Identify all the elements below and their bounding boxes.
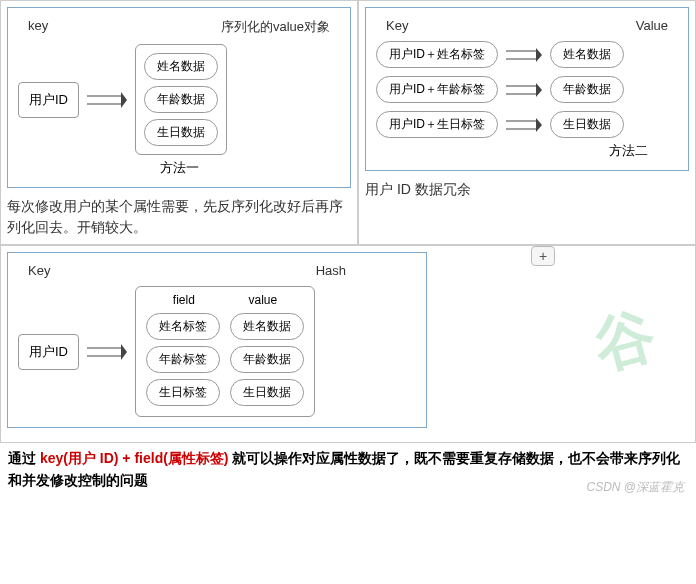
method1-key-header: key <box>28 18 48 36</box>
arrow-right-icon <box>506 48 542 62</box>
method2-value-header: Value <box>636 18 668 33</box>
method1-diagram: key 序列化的value对象 用户ID 姓名数据 年龄数据 生日数据 方法一 <box>7 7 351 188</box>
key-pill: 用户ID＋姓名标签 <box>376 41 498 68</box>
method3-cell: + 谷 Key Hash 用户ID field value <box>0 245 696 443</box>
key-pill: 用户ID＋年龄标签 <box>376 76 498 103</box>
svg-marker-2 <box>121 92 127 108</box>
field-pill: 生日标签 <box>146 379 220 406</box>
watermark-green: 谷 <box>586 295 665 389</box>
arrow-right-icon <box>506 118 542 132</box>
method1-label: 方法一 <box>18 159 340 177</box>
kv-row: 用户ID＋年龄标签 年龄数据 <box>376 76 678 103</box>
method3-value-header: Hash <box>316 263 346 278</box>
summary-p1: 通过 <box>8 450 40 466</box>
method1-value-header: 序列化的value对象 <box>221 18 330 36</box>
method1-cell: key 序列化的value对象 用户ID 姓名数据 年龄数据 生日数据 方法一 … <box>0 0 358 245</box>
value-pill: 姓名数据 <box>230 313 304 340</box>
method2-cell: Key Value 用户ID＋姓名标签 姓名数据 用户ID＋年龄标签 年龄数据 … <box>358 0 696 245</box>
method3-diagram: Key Hash 用户ID field value 姓名标签 姓名数 <box>7 252 427 428</box>
value-pill: 生日数据 <box>230 379 304 406</box>
hash-row: 年龄标签 年龄数据 <box>146 346 304 373</box>
field-pill: 姓名标签 <box>146 313 220 340</box>
method2-caption: 用户 ID 数据冗余 <box>365 179 689 200</box>
method1-key-label: 用户ID <box>18 82 79 118</box>
method3-key-label: 用户ID <box>18 334 79 370</box>
method3-key-header: Key <box>28 263 50 278</box>
svg-marker-5 <box>536 48 542 62</box>
method1-caption: 每次修改用户的某个属性需要，先反序列化改好后再序列化回去。开销较大。 <box>7 196 351 238</box>
hash-row: 姓名标签 姓名数据 <box>146 313 304 340</box>
svg-marker-14 <box>121 344 127 360</box>
hash-row: 生日标签 生日数据 <box>146 379 304 406</box>
field-pill: 年龄标签 <box>146 346 220 373</box>
csdn-watermark: CSDN @深蓝霍克 <box>586 479 684 496</box>
value-pill: 年龄数据 <box>550 76 624 103</box>
method2-key-header: Key <box>386 18 408 33</box>
method3-hash-container: field value 姓名标签 姓名数据 年龄标签 年龄数据 <box>135 286 315 417</box>
value-col-header: value <box>248 293 277 307</box>
arrow-right-icon <box>506 83 542 97</box>
arrow-right-icon <box>87 92 127 108</box>
kv-row: 用户ID＋生日标签 生日数据 <box>376 111 678 138</box>
add-button[interactable]: + <box>531 246 555 266</box>
svg-marker-11 <box>536 118 542 132</box>
value-pill: 年龄数据 <box>144 86 218 113</box>
value-pill: 姓名数据 <box>550 41 624 68</box>
svg-marker-8 <box>536 83 542 97</box>
key-pill: 用户ID＋生日标签 <box>376 111 498 138</box>
kv-row: 用户ID＋姓名标签 姓名数据 <box>376 41 678 68</box>
method1-value-container: 姓名数据 年龄数据 生日数据 <box>135 44 227 155</box>
method2-label: 方法二 <box>376 142 678 160</box>
value-pill: 生日数据 <box>144 119 218 146</box>
summary-red: key(用户 ID) + field(属性标签) <box>40 450 233 466</box>
value-pill: 生日数据 <box>550 111 624 138</box>
value-pill: 年龄数据 <box>230 346 304 373</box>
method2-diagram: Key Value 用户ID＋姓名标签 姓名数据 用户ID＋年龄标签 年龄数据 … <box>365 7 689 171</box>
field-header: field <box>173 293 195 307</box>
arrow-right-icon <box>87 344 127 360</box>
value-pill: 姓名数据 <box>144 53 218 80</box>
